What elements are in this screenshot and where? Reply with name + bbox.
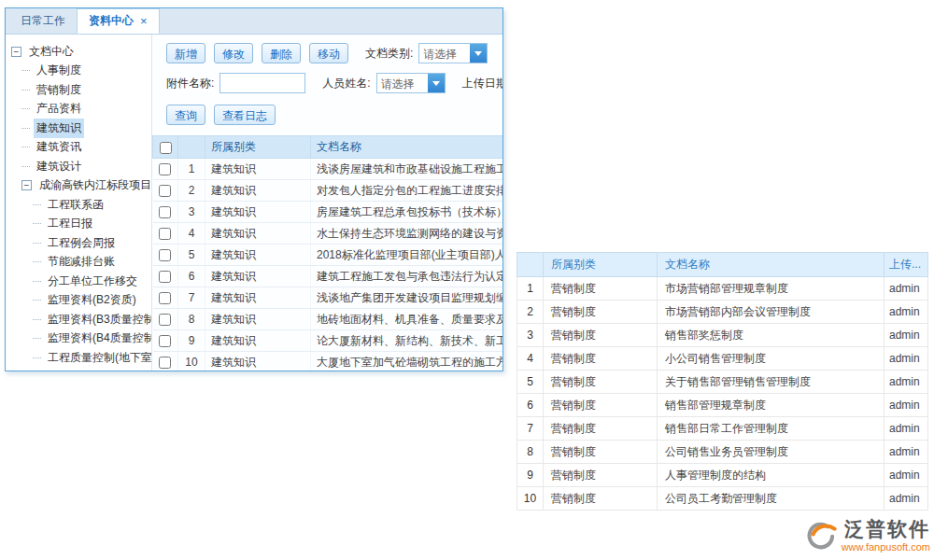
delete-button[interactable]: 删除 xyxy=(262,43,301,63)
row-checkbox[interactable] xyxy=(159,163,171,175)
row-index-cell: 1 xyxy=(517,277,544,301)
tree-item[interactable]: 人事制度 xyxy=(6,62,151,81)
doc-category-select[interactable]: 请选择 xyxy=(418,43,488,63)
tree-item[interactable]: 工程质量控制(地下室) xyxy=(6,348,151,368)
uploader-cell: admin xyxy=(884,324,928,347)
category-cell: 建筑知识 xyxy=(205,202,311,223)
tree-item[interactable]: 建筑资讯 xyxy=(6,138,151,158)
table-row[interactable]: 10 营销制度 公司员工考勤管理制度 admin xyxy=(517,487,928,511)
category-cell: 建筑知识 xyxy=(205,330,311,352)
checkbox-cell xyxy=(153,180,178,202)
tree-item[interactable]: 监理资料(B2资质) xyxy=(6,291,151,311)
row-checkbox[interactable] xyxy=(159,271,171,283)
select-all-checkbox[interactable] xyxy=(160,142,172,154)
table-row[interactable]: 8 建筑知识 地砖地面材料、机具准备、质量要求及... xyxy=(153,309,503,330)
table-row[interactable]: 2 建筑知识 对发包人指定分包的工程施工进度安排... xyxy=(153,180,503,202)
table-row[interactable]: 6 营销制度 销售部管理规章制度 admin xyxy=(517,394,928,417)
table-row[interactable]: 5 建筑知识 2018标准化监理项目部(业主项目部)人员... xyxy=(153,245,503,266)
tree-item[interactable]: 监理资料(B3质量控制) xyxy=(6,310,151,329)
table-row[interactable]: 1 建筑知识 浅谈房屋建筑和市政基础设施工程施工... xyxy=(153,159,503,180)
row-checkbox[interactable] xyxy=(159,206,171,218)
uploader-cell: admin xyxy=(884,371,928,394)
table-row[interactable]: 10 建筑知识 大厦地下室加气砼墙砌筑工程的施工方... xyxy=(153,352,503,371)
name-cell: 水土保持生态环境监测网络的建设与资... xyxy=(311,223,503,245)
tree-branch-line xyxy=(21,108,30,109)
table-row[interactable]: 7 营销制度 销售部日常工作管理制度 admin xyxy=(517,417,928,441)
attachment-name-input[interactable] xyxy=(219,73,305,93)
name-cell: 建筑工程施工发包与承包违法行为认定... xyxy=(311,266,503,287)
person-name-select[interactable]: 请选择 xyxy=(376,73,446,93)
table-row[interactable]: 3 建筑知识 房屋建筑工程总承包投标书（技术标）... xyxy=(153,202,503,223)
tree-item-label: 监理资料(B3质量控制) xyxy=(45,310,152,329)
tree-item[interactable]: 分工单位工作移交 xyxy=(6,272,151,291)
row-index-cell: 8 xyxy=(517,441,544,464)
tree-item[interactable]: 文档中心 xyxy=(6,42,151,62)
tree-item[interactable]: 建筑知识 xyxy=(6,119,151,138)
tree-branch-line xyxy=(33,281,41,282)
view-log-button[interactable]: 查看日志 xyxy=(214,105,276,125)
upload-date-label: 上传日期 xyxy=(462,76,502,91)
row-checkbox[interactable] xyxy=(159,357,171,369)
tab-data-center[interactable]: 资料中心 × xyxy=(77,8,160,34)
table-row[interactable]: 1 营销制度 市场营销部管理规章制度 admin xyxy=(517,277,928,301)
row-checkbox[interactable] xyxy=(159,228,171,240)
row-index-cell: 4 xyxy=(517,347,544,371)
checkbox-cell xyxy=(153,245,178,266)
row-checkbox[interactable] xyxy=(159,249,171,261)
row-index-cell: 10 xyxy=(517,487,544,511)
row-index-cell: 10 xyxy=(178,352,205,371)
search-button[interactable]: 查询 xyxy=(166,105,205,125)
tree-item-label: 工程例会周报 xyxy=(45,233,118,253)
add-button[interactable]: 新增 xyxy=(166,43,205,63)
row-index-cell: 3 xyxy=(178,202,205,223)
tree-item[interactable]: 工程例会周报 xyxy=(6,233,151,253)
row-checkbox[interactable] xyxy=(159,335,171,347)
uploader-cell: admin xyxy=(884,277,928,301)
chevron-down-icon[interactable] xyxy=(428,74,445,92)
row-checkbox[interactable] xyxy=(159,185,171,197)
tree-branch-line xyxy=(21,166,30,167)
tree-branch-line xyxy=(33,338,41,339)
tree-item[interactable]: 工程联系函 xyxy=(6,195,151,215)
table-row[interactable]: 4 建筑知识 水土保持生态环境监测网络的建设与资... xyxy=(153,223,503,245)
table-row[interactable]: 4 营销制度 小公司销售管理制度 admin xyxy=(517,347,928,371)
table-row[interactable]: 6 建筑知识 建筑工程施工发包与承包违法行为认定... xyxy=(153,266,503,287)
modify-button[interactable]: 修改 xyxy=(214,43,253,63)
tree-item[interactable]: 节能减排台账 xyxy=(6,253,151,273)
tab-daily-work[interactable]: 日常工作 xyxy=(9,8,77,34)
move-button[interactable]: 移动 xyxy=(309,43,348,63)
uploader-cell: admin xyxy=(884,441,928,464)
tree-item[interactable]: 建筑设计 xyxy=(6,157,151,176)
tree-item-label: 建筑设计 xyxy=(34,157,84,176)
table-row[interactable]: 8 营销制度 公司销售业务员管理制度 admin xyxy=(517,441,928,464)
tree-item[interactable]: 监理资料(B4质量控制) xyxy=(6,329,151,349)
name-cell: 浅谈房屋建筑和市政基础设施工程施工... xyxy=(311,159,503,180)
table-row[interactable]: 7 建筑知识 浅谈地产集团开发建设项目监理规划编... xyxy=(153,287,503,309)
category-cell: 建筑知识 xyxy=(205,266,311,287)
name-cell: 公司销售业务员管理制度 xyxy=(658,441,884,464)
person-name-label: 人员姓名: xyxy=(322,76,370,91)
table-row[interactable]: 2 营销制度 市场营销部内部会议管理制度 admin xyxy=(517,301,928,324)
uploader-cell: admin xyxy=(884,417,928,441)
uploader-cell: admin xyxy=(884,394,928,417)
collapse-icon[interactable] xyxy=(11,47,21,57)
chevron-down-icon[interactable] xyxy=(470,44,487,63)
collapse-icon[interactable] xyxy=(21,180,32,190)
tree-item[interactable]: 成渝高铁内江标段项目 xyxy=(6,176,151,196)
marketing-doc-table: 所属别类 文档名称 上传... 1 营销制度 市场营销部管理规章制度 admin… xyxy=(517,252,928,511)
name-cell: 对发包人指定分包的工程施工进度安排... xyxy=(311,180,503,202)
row-checkbox[interactable] xyxy=(159,292,171,304)
table-row[interactable]: 9 营销制度 人事管理制度的结构 admin xyxy=(517,464,928,487)
col-category: 所属别类 xyxy=(205,136,311,159)
table-row[interactable]: 3 营销制度 销售部奖惩制度 admin xyxy=(517,324,928,347)
table-row[interactable]: 9 建筑知识 论大厦新材料、新结构、新技术、新工... xyxy=(153,330,503,352)
table-row[interactable]: 5 营销制度 关于销售部管理销售管理制度 admin xyxy=(517,371,928,394)
tree-item[interactable]: 产品资料 xyxy=(6,100,151,119)
row-checkbox[interactable] xyxy=(159,314,171,326)
category-cell: 营销制度 xyxy=(544,417,658,441)
row-index-cell: 6 xyxy=(517,394,544,417)
tree-item[interactable]: 营销制度 xyxy=(6,80,151,100)
table-header-row: 所属别类 文档名称 xyxy=(153,136,503,159)
tree-item[interactable]: 工程日报 xyxy=(6,215,151,234)
close-icon[interactable]: × xyxy=(140,14,148,28)
